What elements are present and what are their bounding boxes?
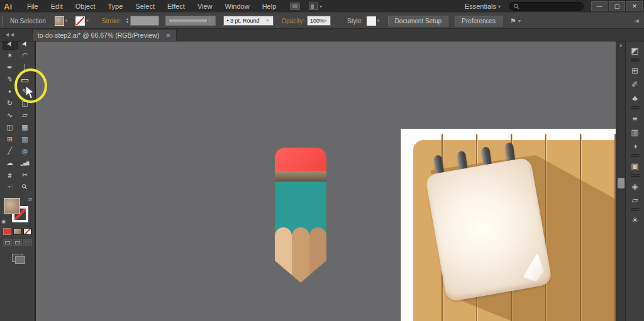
transparency-icon[interactable]: ◑ [626,139,644,153]
search-input[interactable]: ⚲ [509,2,584,11]
canvas[interactable] [36,41,616,321]
layers-icon[interactable]: ◈ [626,179,644,193]
workspace-switcher[interactable]: Essentials ▾ [465,3,501,10]
gradient-button[interactable] [13,228,21,235]
vertical-scrollbar[interactable]: ▲ [616,41,625,321]
symbols-icon[interactable]: ♣ [626,91,644,105]
color-mode-buttons [0,228,35,235]
gradient-tool[interactable]: ▥ [18,133,33,145]
scrollbar-thumb[interactable] [618,178,625,188]
controlbar-grip[interactable] [2,16,5,26]
close-tab-icon[interactable]: ✕ [165,32,170,39]
column-graph-tool[interactable]: ▂▅▇ [18,157,33,169]
pen-tool[interactable]: ✒ [3,62,18,73]
fill-indicator-swatch[interactable] [4,198,20,214]
minimize-button[interactable]: — [591,1,608,11]
artboard[interactable] [401,129,616,321]
stroke-weight-stepper[interactable]: ▲ ▼ [125,18,129,24]
chevron-down-icon: ▾ [152,18,155,23]
pencil-ferrule-shape [275,171,326,182]
panel-dock: ◓ ◩ ⊞ ✐ ♣ [625,30,644,321]
dock-group-grip[interactable] [631,156,640,157]
menu-item[interactable]: Select [129,0,161,13]
pencil-eraser-shape [275,148,326,171]
lasso-tool[interactable]: ◠ [18,50,33,62]
stroke-weight-select[interactable]: ▾ [130,16,159,26]
color-guide-icon[interactable]: ◩ [626,43,644,57]
brush-value: • 3 pt. Round [226,18,259,24]
artboard-tool[interactable]: # [3,169,18,181]
style-select[interactable]: ▾ [367,16,382,26]
stroke-swatch [75,16,85,26]
menu-item[interactable]: Object [69,0,102,13]
shape-builder-tool[interactable]: ◫ [3,121,18,133]
scroll-up-icon[interactable]: ▲ [616,43,625,47]
brush-definition-select[interactable]: • 3 pt. Round ▾ [223,16,274,26]
panel-flyout-icon[interactable]: ⚑ ▾ [510,17,521,25]
appearance-icon[interactable]: ☀ [626,213,644,227]
document-tab-title: to-do-step2.ai* @ 66.67% (RGB/Preview) [38,31,159,39]
restore-button[interactable]: ▢ [609,1,625,11]
menu-item[interactable]: View [191,0,219,13]
color-button[interactable] [3,228,11,235]
swatches-icon[interactable]: ⊞ [626,63,644,77]
mesh-tool[interactable]: ⊞ [3,133,18,145]
artboards-icon[interactable]: ▱ [626,193,644,207]
chevron-down-icon: ▾ [65,18,68,23]
collapse-panels-icon[interactable]: ◄◄ [4,31,14,38]
stroke-label[interactable]: Stroke: [99,18,125,24]
dock-group-grip[interactable] [631,108,640,109]
slice-tool[interactable]: ✂ [18,169,33,181]
default-fill-stroke-icon[interactable]: ▣ [2,219,6,224]
draw-inside-button[interactable] [23,239,32,246]
arrange-documents-icon[interactable]: ▾ [309,3,322,10]
screen-mode-button[interactable] [12,254,23,262]
menu-item[interactable]: Effect [161,0,191,13]
mouse-cursor-icon [25,85,35,99]
perspective-grid-tool[interactable]: ▦ [18,121,33,133]
free-transform-tool[interactable]: ▱ [18,109,33,121]
chevron-down-icon: ▾ [209,18,211,23]
pencil-artwork[interactable] [275,148,326,283]
stroke-color-control[interactable]: ▾ [75,16,91,26]
dock-group-grip[interactable] [631,176,640,177]
dock-group-grip[interactable] [631,60,640,62]
document-tab[interactable]: to-do-step2.ai* @ 66.67% (RGB/Preview) ✕ [32,29,177,41]
close-button[interactable]: ✕ [626,1,643,11]
draw-normal-button[interactable] [3,239,12,246]
fill-stroke-indicator[interactable]: ⇄ ▣ [4,198,31,223]
graphic-styles-icon[interactable]: ▣ [626,159,644,173]
notepad-artwork[interactable] [425,157,552,302]
opacity-select[interactable]: 100% ▾ [307,16,331,26]
stroke-icon[interactable]: ≡ [626,111,644,125]
dock-control-icon[interactable]: ⇥ [633,17,639,25]
preferences-button[interactable]: Preferences [455,16,502,26]
menu-item[interactable]: Window [219,0,256,13]
blend-tool[interactable]: ◎ [18,145,33,157]
none-button[interactable] [23,228,31,235]
brushes-icon[interactable]: ✐ [626,77,644,91]
search-icon: ⚲ [512,2,521,11]
swap-fill-stroke-icon[interactable]: ⇄ [28,197,33,202]
menu-item[interactable]: Help [256,0,283,13]
bridge-icon[interactable] [290,3,300,10]
menu-item[interactable]: File [21,0,45,13]
document-setup-button[interactable]: Document Setup [388,16,449,26]
eyedropper-tool[interactable]: ╱ [3,145,18,157]
width-tool[interactable]: ∿ [3,109,18,121]
draw-behind-button[interactable] [13,239,22,246]
fill-color-control[interactable]: ▾ [55,16,70,26]
menu-item[interactable]: Edit [45,0,69,13]
dock-group-grip[interactable] [631,210,640,211]
menu-item[interactable]: Type [102,0,130,13]
drawing-mode-buttons [0,239,35,246]
zoom-tool[interactable]: ⚲ [18,181,33,193]
symbol-sprayer-tool[interactable]: ☁ [3,157,18,169]
width-profile-select[interactable]: ▾ [165,16,216,26]
hand-tool[interactable]: ☜ [3,181,18,193]
opacity-label[interactable]: Opacity: [279,18,307,24]
magic-wand-tool[interactable]: ✶ [3,50,18,62]
chevron-down-icon: ▾ [325,18,327,23]
rotate-tool[interactable]: ↻ [3,97,18,109]
gradient-icon[interactable]: ▥ [626,125,644,139]
